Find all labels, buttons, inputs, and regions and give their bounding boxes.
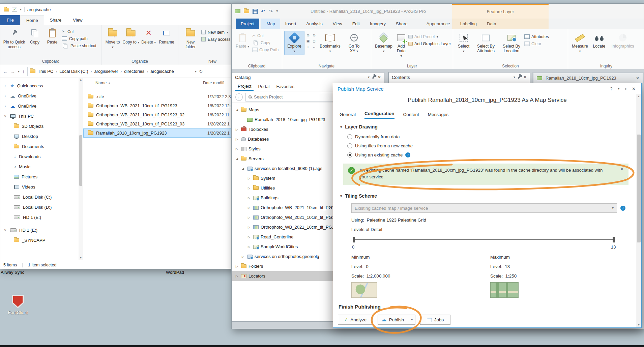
select-by-attributes-button[interactable]: Select By Attributes [473,31,499,55]
zoom-out-tool-icon[interactable]: ⊖ [312,33,317,38]
tree-expander-icon[interactable]: ◢ [235,157,239,161]
tree-expander-icon[interactable]: ▷ [247,235,251,239]
qat-chevron-down-icon[interactable]: ▾ [20,8,22,11]
column-header-name[interactable]: Name▴ [83,81,203,85]
explorer-tab-file[interactable]: File [0,15,20,25]
pan-vertical-icon[interactable]: ↕ [305,45,311,49]
tab-edit[interactable]: Edit [347,19,365,29]
sidebar-item-3d-objects[interactable]: 3D Objects [0,121,79,131]
catalog-tab-portal[interactable]: Portal [256,83,272,90]
radio-selected-icon[interactable] [347,152,352,157]
desktop-label-wordpad[interactable]: WordPad [166,270,184,275]
sidebar-item-syncapp[interactable]: _SYNCAPP [0,235,79,245]
expander-icon[interactable]: › [3,94,7,98]
qat-project-icon[interactable] [235,9,240,13]
explorer-tab-view[interactable]: View [67,15,88,25]
locate-button[interactable]: Locate [591,31,608,50]
close-icon[interactable]: ✕ [636,76,639,80]
new-folder-button[interactable]: New folder [181,27,200,50]
breadcrumb-item[interactable]: This PC [38,69,53,74]
tab-share[interactable]: Share [391,19,413,29]
sidebar-item-downloads[interactable]: ↓Downloads [0,151,79,162]
scrollbar-thumb[interactable] [79,135,82,186]
breadcrumb-item[interactable]: arcgiscache [150,69,174,74]
scroll-up-icon[interactable]: ▲ [79,79,83,81]
explorer-tab-share[interactable]: Share [44,15,67,25]
tree-expander-icon[interactable]: ▷ [235,128,239,131]
desktop-label-allway-sync[interactable]: Allway Sync [1,270,24,275]
levels-slider[interactable] [353,237,615,242]
save-icon[interactable] [253,9,258,14]
back-circle-icon[interactable]: ← [235,93,243,101]
copy-to-button[interactable]: → Copy to ▾ [122,27,139,45]
tree-expander-icon[interactable]: ▷ [247,245,251,249]
dialog-tab-general[interactable]: General [340,112,356,119]
panel-menu-chevron-icon[interactable]: ▾ [368,76,370,79]
tab-analysis[interactable]: Analysis [301,19,327,29]
expander-icon[interactable]: › [3,104,7,108]
radio-using-existing-cache[interactable]: Using an existing cache i [347,152,641,157]
breadcrumb[interactable]: This PC› Local Disk (C:)› arcgisserver› … [27,67,205,76]
breadcrumb-item[interactable]: directories [124,69,144,74]
sidebar-item-quick-access[interactable]: ›★Quick access [0,81,79,91]
breadcrumb-item[interactable]: Local Disk (C:) [59,69,88,74]
radio-icon[interactable] [347,134,352,139]
catalog-tab-project[interactable]: Project [235,82,254,91]
sidebar-item-local-disk-c[interactable]: Local Disk (C:) [0,192,79,202]
rename-button[interactable]: Rename [158,27,175,45]
qat-customize-chevron-icon[interactable]: ▾ [276,9,278,13]
sidebar-item-hd1-e-root[interactable]: ∨HD 1 (E:) [0,225,79,235]
expander-icon[interactable]: ∨ [3,228,7,232]
history-chevron-icon[interactable]: ▾ [18,70,20,73]
cut-button[interactable]: ✂Cut [252,32,279,39]
catalog-tab-favorites[interactable]: Favorites [274,83,296,90]
expander-icon[interactable]: › [3,84,7,88]
tab-view[interactable]: View [328,19,347,29]
close-icon[interactable]: ✕ [378,75,381,79]
radio-icon[interactable] [347,143,352,148]
sidebar-item-pictures[interactable]: Pictures [0,172,79,182]
sidebar-item-this-pc[interactable]: ∨This PC [0,111,79,121]
analyze-button[interactable]: ✓ Analyze [338,315,373,325]
file-row[interactable]: Orthophoto_WB_2021_10cm_tif_PG1923_03 1/… [83,119,246,128]
tree-expander-icon[interactable]: ▷ [247,226,251,229]
slider-handle-max[interactable] [613,237,615,242]
sidebar-item-onedrive-2[interactable]: ›☁OneDrive [0,101,79,111]
jobs-button[interactable]: Jobs [420,315,450,325]
tree-expander-icon[interactable]: ◢ [241,167,245,170]
publish-dropdown[interactable]: ▾ [409,315,414,324]
sidebar-scrollbar[interactable]: ▲ ▼ [79,78,83,260]
scroll-down-icon[interactable]: ▼ [79,257,83,259]
dock-chevron-icon[interactable]: ▾ [618,87,619,90]
fixed-zoom-icon[interactable]: ▣ [305,39,311,44]
add-preset-button[interactable]: Add Preset▾ [408,33,451,40]
basemap-button[interactable]: Basemap ▾ [373,31,394,55]
radio-tiles-from-new-cache[interactable]: Using tiles from a new cache [347,143,641,148]
tiling-scheme-section-header[interactable]: ∨ Tiling Scheme [340,193,377,199]
file-row[interactable]: Orthophoto_WB_2021_10cm_tif_PG1923 1/8/2… [83,101,246,110]
zoom-in-tool-icon[interactable]: ⊕ [305,33,311,38]
layer-drawing-section-header[interactable]: ∨ Layer Drawing [340,124,641,129]
tree-expander-icon[interactable]: ▷ [235,274,239,278]
publish-button-main[interactable]: ☁ Publish [379,315,407,324]
move-to-button[interactable]: → Move to ▾ [104,27,121,50]
scrollbar-thumb[interactable] [637,135,641,242]
dialog-tab-configuration[interactable]: Configuration [364,111,394,119]
scroll-up-icon[interactable]: ▲ [636,95,641,98]
delete-button[interactable]: ✕ Delete ▾ [141,27,156,45]
tab-labeling[interactable]: Labeling [455,19,482,29]
redo-icon[interactable]: ↷ [269,9,273,14]
scroll-down-icon[interactable]: ▼ [636,324,641,326]
dialog-scrollbar[interactable]: ▲ ▼ [636,94,641,327]
tab-imagery[interactable]: Imagery [365,19,391,29]
forward-button[interactable]: → [10,69,15,74]
file-row[interactable]: .site 1/7/2022 2:3 [83,92,246,101]
back-button[interactable]: ← [3,69,8,74]
go-to-xy-button[interactable]: Go To XY ▾ [344,31,364,55]
sidebar-item-hd1-e[interactable]: HD 1 (E:) [0,212,79,222]
dialog-tab-messages[interactable]: Messages [428,112,449,119]
sidebar-item-local-disk-d[interactable]: Local Disk (D:) [0,202,79,212]
extent-icon[interactable]: ◻ [312,39,317,44]
easy-access-button[interactable]: Easy access▾ [201,36,234,43]
tree-expander-icon[interactable]: ▷ [235,265,239,268]
